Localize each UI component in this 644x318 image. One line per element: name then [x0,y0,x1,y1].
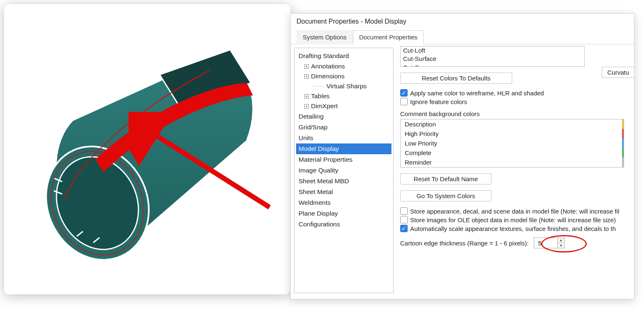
tab-document-properties[interactable]: Document Properties [353,30,424,44]
tree-dimxpert[interactable]: +DimXpert [296,101,391,111]
tree-sheet-metal-mbd[interactable]: Sheet Metal MBD [296,176,391,187]
spinner-down-icon[interactable]: ▼ [558,243,564,248]
expand-icon[interactable]: + [304,104,309,109]
checkbox-auto-scale[interactable]: ✓ [400,225,408,232]
group-comment-bg: Comment background colors [400,110,634,117]
tree-virtual-sharps[interactable]: Virtual Sharps [296,81,391,91]
list-item[interactable]: Complete [401,148,624,158]
list-item[interactable]: Cut-Loft [403,46,582,55]
cartoon-edge-spinner[interactable]: ▲ ▼ [534,238,565,248]
list-item[interactable]: Low Priority [401,138,624,148]
label-store-ole: Store images for OLE object data in mode… [410,216,616,223]
comment-color-list[interactable]: Description High Priority Low Priority C… [400,119,624,167]
label-same-color: Apply same color to wireframe, HLR and s… [410,90,544,97]
expand-icon[interactable]: + [304,74,309,79]
tree-image-quality[interactable]: Image Quality [296,165,391,176]
list-item[interactable]: Cut-Sweep [403,63,582,67]
list-item[interactable]: Reminder [401,158,624,167]
spinner-up-icon[interactable]: ▲ [558,238,564,243]
expand-icon[interactable]: + [304,64,309,69]
label-ignore-feature-colors: Ignore feature colors [410,98,467,105]
tree-sheet-metal[interactable]: Sheet Metal [296,187,391,197]
tree-detailing[interactable]: Detailing [296,111,391,122]
reset-default-name-button[interactable]: Reset To Default Name [400,173,491,184]
checkbox-store-appearance[interactable] [400,207,408,215]
checkbox-store-ole[interactable] [400,216,408,223]
tree-material-properties[interactable]: Material Properties [296,154,391,165]
go-to-system-colors-button[interactable]: Go To System Colors [400,190,491,201]
tree-dimensions[interactable]: +Dimensions [296,71,391,81]
label-auto-scale: Automatically scale appearance textures,… [410,225,616,232]
tab-system-options[interactable]: System Options [296,30,353,44]
model-viewport [4,4,290,294]
tree-annotations[interactable]: +Annotations [296,61,391,71]
category-tree[interactable]: Drafting Standard +Annotations +Dimensio… [294,48,394,293]
tree-grid-snap[interactable]: Grid/Snap [296,122,391,133]
checkbox-same-color[interactable]: ✓ [400,89,408,97]
reset-colors-button[interactable]: Reset Colors To Defaults [400,73,512,84]
model-illustration [15,33,280,265]
label-store-appearance: Store appearance, decal, and scene data … [410,208,619,215]
feature-color-list[interactable]: Cut-Loft Cut-Surface Cut-Sweep [400,46,585,67]
tree-tables[interactable]: +Tables [296,91,391,101]
list-item[interactable]: High Priority [401,129,624,138]
dialog-tabs: System Options Document Properties [291,30,634,44]
dialog-title: Document Properties - Model Display [291,14,634,30]
tree-plane-display[interactable]: Plane Display [296,208,391,219]
document-properties-dialog: Document Properties - Model Display Syst… [290,13,634,299]
expand-icon[interactable]: + [304,94,309,99]
list-item[interactable]: Cut-Surface [403,55,582,63]
list-item[interactable]: Description [401,119,624,129]
tree-units[interactable]: Units [296,133,391,143]
checkbox-ignore-feature-colors[interactable] [400,98,408,105]
tree-configurations[interactable]: Configurations [296,219,391,230]
tree-weldments[interactable]: Weldments [296,197,391,208]
curvature-button[interactable]: Curvatu [602,67,634,78]
settings-panel: Cut-Loft Cut-Surface Cut-Sweep Curvatu R… [397,44,634,296]
tree-model-display[interactable]: Model Display [296,143,391,154]
cartoon-edge-input[interactable] [534,238,557,248]
cartoon-edge-label: Cartoon edge thickness (Range = 1 - 6 pi… [400,240,529,247]
tree-drafting-standard[interactable]: Drafting Standard [296,51,391,61]
